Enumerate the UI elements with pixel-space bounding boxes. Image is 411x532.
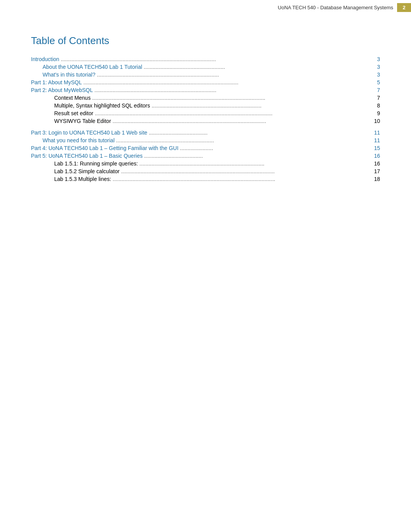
toc-row: Part 2: About MyWebSQL..................… (31, 86, 380, 94)
toc-page-number: 7 (372, 87, 380, 93)
toc-title: Table of Contents (31, 35, 380, 47)
toc-dots: ........................................… (121, 168, 371, 174)
toc-entry-label[interactable]: Multiple, Syntax highlighted SQL editors (54, 102, 150, 109)
toc-page-number: 3 (372, 72, 380, 78)
toc-row: About the UONA TECH540 Lab 1 Tutorial...… (31, 63, 380, 71)
toc-row: WYSIWYG Table Editor....................… (31, 117, 380, 125)
toc-page-number: 11 (372, 130, 380, 136)
toc-row: Part 1: About MySQL.....................… (31, 78, 380, 86)
toc-entry-label[interactable]: Part 5: UoNA TECH540 Lab 1 – Basic Queri… (31, 153, 142, 159)
toc-row: What you need for this tutorial.........… (31, 136, 380, 144)
page-number-badge: 2 (397, 3, 411, 12)
toc-row: Introduction............................… (31, 55, 380, 63)
toc-entry-label[interactable]: Context Menus (54, 95, 91, 101)
toc-dots: ........................................… (61, 56, 371, 62)
toc-page-number: 3 (372, 64, 380, 70)
toc-page-number: 5 (372, 79, 380, 85)
toc-row: Lab 1.5.2 Simple calculator.............… (31, 167, 380, 175)
toc-row: Result set editor.......................… (31, 109, 380, 117)
toc-page-number: 11 (372, 137, 380, 143)
toc-entry-label[interactable]: Introduction (31, 56, 59, 62)
toc-row: Part 5: UoNA TECH540 Lab 1 – Basic Queri… (31, 152, 380, 160)
toc-dots: ........................................… (94, 87, 371, 93)
toc-entry-label[interactable]: WYSIWYG Table Editor (54, 118, 111, 124)
toc-page-number: 10 (372, 118, 380, 124)
toc-dots: ........................................… (113, 118, 371, 124)
toc-dots: ........................................… (95, 110, 371, 116)
toc-dots: ........................................… (116, 137, 371, 143)
toc-dots: ....................................... (144, 153, 371, 159)
toc-row: Multiple, Syntax highlighted SQL editors… (31, 102, 380, 109)
toc-row: Part 4: UoNA TECH540 Lab 1 – Getting Fam… (31, 144, 380, 152)
toc-page-number: 16 (372, 153, 380, 159)
toc-row: Lab 1.5.3 Multiple lines:...............… (31, 175, 380, 183)
toc-dots: ...................... (180, 145, 371, 151)
toc-dots: ........................................… (92, 95, 371, 101)
toc-page-number: 8 (372, 102, 380, 109)
toc-row: Lab 1.5.1: Running simple queries:......… (31, 160, 380, 167)
toc-entry-label[interactable]: What's in this tutorial? (43, 72, 96, 78)
header: UoNA TECH 540 - Database Management Syst… (0, 0, 411, 15)
toc-entry-label[interactable]: Part 2: About MyWebSQL (31, 87, 93, 93)
toc-page-number: 16 (372, 160, 380, 167)
toc-entry-label[interactable]: Lab 1.5.3 Multiple lines: (54, 176, 111, 182)
toc-page-number: 3 (372, 56, 380, 62)
toc-table: Introduction............................… (31, 55, 380, 183)
toc-entry-label[interactable]: About the UONA TECH540 Lab 1 Tutorial (43, 64, 142, 70)
gap-row (31, 125, 380, 129)
toc-entry-label[interactable]: What you need for this tutorial (43, 137, 115, 143)
toc-entry-label[interactable]: Part 1: About MySQL (31, 79, 82, 85)
toc-dots: ........................................… (97, 72, 371, 78)
toc-entry-label[interactable]: Lab 1.5.1: Running simple queries: (54, 160, 138, 167)
toc-row: Part 3: Login to UONA TECH540 Lab 1 Web … (31, 129, 380, 136)
toc-dots: ........................................… (152, 102, 371, 109)
toc-page-number: 18 (372, 176, 380, 182)
toc-page-number: 15 (372, 145, 380, 151)
header-title: UoNA TECH 540 - Database Management Syst… (278, 5, 393, 10)
toc-page-number: 7 (372, 95, 380, 101)
toc-dots: ........................................… (84, 79, 371, 85)
toc-entry-label[interactable]: Part 3: Login to UONA TECH540 Lab 1 Web … (31, 130, 147, 136)
toc-page-number: 9 (372, 110, 380, 116)
toc-page-number: 17 (372, 168, 380, 174)
main-content: Table of Contents Introduction..........… (0, 12, 411, 206)
toc-row: Context Menus...........................… (31, 94, 380, 102)
toc-entry-label[interactable]: Result set editor (54, 110, 93, 116)
toc-dots: ....................................... (149, 130, 371, 136)
toc-entry-label[interactable]: Lab 1.5.2 Simple calculator (54, 168, 120, 174)
toc-entry-label[interactable]: Part 4: UoNA TECH540 Lab 1 – Getting Fam… (31, 145, 178, 151)
toc-dots: ........................................… (144, 64, 371, 70)
toc-row: What's in this tutorial?................… (31, 71, 380, 78)
toc-dots: ........................................… (113, 176, 371, 182)
toc-dots: ........................................… (139, 160, 371, 167)
